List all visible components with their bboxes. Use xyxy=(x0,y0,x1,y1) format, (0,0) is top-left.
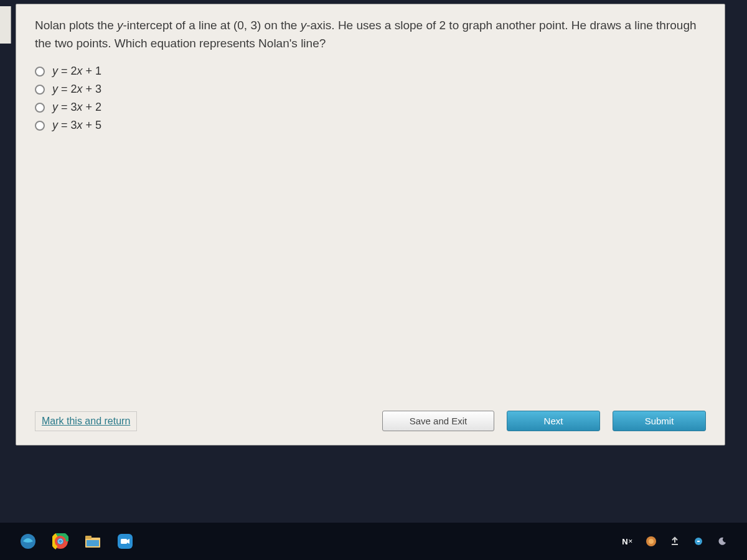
radio-icon[interactable] xyxy=(35,103,45,113)
option-text: = 3 xyxy=(58,119,77,131)
svg-point-6 xyxy=(59,539,62,543)
moon-tray-icon[interactable] xyxy=(716,535,728,548)
svg-point-13 xyxy=(649,539,654,544)
options-group: y = 2x + 1 y = 2x + 3 y = 3x + 2 y = 3x … xyxy=(35,65,706,132)
option-var: x xyxy=(77,83,83,95)
submit-button[interactable]: Submit xyxy=(613,411,706,431)
file-explorer-icon[interactable] xyxy=(83,532,102,551)
option-text: + 1 xyxy=(83,65,102,77)
status-tray-icon[interactable] xyxy=(692,535,705,548)
option-var: y xyxy=(52,65,58,77)
system-tray: N✕ xyxy=(621,535,728,548)
option-text: = 2 xyxy=(58,83,77,95)
option-text: + 3 xyxy=(83,83,102,95)
next-button[interactable]: Next xyxy=(507,411,600,431)
option-text: = 2 xyxy=(58,65,77,77)
radio-icon[interactable] xyxy=(35,85,45,95)
save-and-exit-button[interactable]: Save and Exit xyxy=(382,411,494,431)
question-text: Nolan plots the y-intercept of a line at… xyxy=(35,17,706,52)
question-part: -intercept of a line at (0, 3) on the xyxy=(123,19,301,32)
chrome-browser-icon[interactable] xyxy=(51,532,70,551)
question-var: y xyxy=(301,19,307,32)
option-text: = 3 xyxy=(58,101,77,113)
radio-icon[interactable] xyxy=(35,67,45,77)
svg-rect-15 xyxy=(697,541,700,542)
option-3[interactable]: y = 3x + 2 xyxy=(35,101,706,114)
option-var: y xyxy=(52,101,58,113)
norton-label: N xyxy=(622,537,627,546)
quiz-panel: Nolan plots the y-intercept of a line at… xyxy=(16,4,725,446)
option-2[interactable]: y = 2x + 3 xyxy=(35,83,706,96)
taskbar: N✕ xyxy=(0,523,747,560)
option-1[interactable]: y = 2x + 1 xyxy=(35,65,706,78)
left-edge-tab xyxy=(0,6,11,44)
question-area: Nolan plots the y-intercept of a line at… xyxy=(16,4,725,404)
mark-and-return-link[interactable]: Mark this and return xyxy=(35,411,137,431)
option-2-label: y = 2x + 3 xyxy=(52,83,101,96)
option-var: x xyxy=(77,119,83,131)
option-text: + 5 xyxy=(83,119,102,131)
option-4[interactable]: y = 3x + 5 xyxy=(35,119,706,132)
camera-app-icon[interactable] xyxy=(116,532,134,551)
radio-icon[interactable] xyxy=(35,121,45,131)
option-var: y xyxy=(52,119,58,131)
svg-rect-11 xyxy=(121,539,127,544)
bottom-bar: Mark this and return Save and Exit Next … xyxy=(16,404,725,445)
question-part: Nolan plots the xyxy=(35,19,117,32)
edge-browser-icon[interactable] xyxy=(19,532,37,551)
security-tray-icon[interactable] xyxy=(645,535,657,548)
option-var: y xyxy=(52,83,58,95)
question-var: y xyxy=(117,19,123,32)
option-var: x xyxy=(77,101,83,113)
option-3-label: y = 3x + 2 xyxy=(52,101,101,114)
option-4-label: y = 3x + 5 xyxy=(52,119,101,132)
option-1-label: y = 2x + 1 xyxy=(52,65,101,78)
svg-rect-8 xyxy=(85,536,92,539)
option-var: x xyxy=(77,65,83,77)
norton-tray-icon[interactable]: N✕ xyxy=(621,535,634,548)
update-tray-icon[interactable] xyxy=(669,535,681,548)
svg-rect-9 xyxy=(87,540,99,546)
option-text: + 2 xyxy=(83,101,102,113)
